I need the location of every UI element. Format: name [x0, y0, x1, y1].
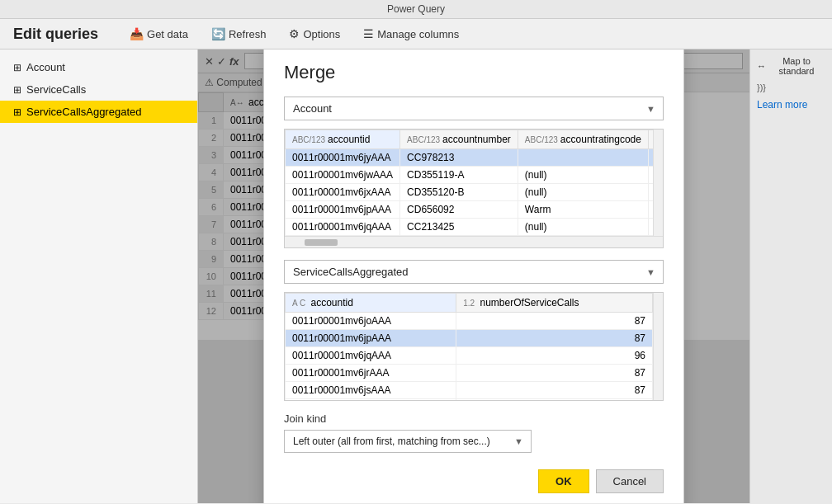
top-table-row: 0011r00001mv6jwAAACD355119-A(null)Bill T…	[286, 167, 654, 184]
bottom-cell: 0011r00001mv6jpAAA	[286, 330, 456, 347]
col-type-icon: 1.2	[463, 299, 475, 308]
top-cell: CC978213	[400, 149, 518, 167]
bottom-table-row: 0011r00001mv6joAAA87	[286, 313, 653, 330]
top-cell: CD355119-A	[400, 167, 518, 184]
top-cell: 0011r00001mv6jxAAA	[286, 184, 400, 201]
top-scroll-thumb	[305, 239, 338, 246]
cancel-button[interactable]: Cancel	[596, 469, 664, 493]
manage-columns-label: Manage columns	[377, 28, 459, 40]
top-cell: 0011r00001mv6jyAAA	[286, 149, 400, 167]
top-merge-table-wrap: ABC/123accountidABC/123accountnumberABC/…	[284, 129, 664, 248]
get-data-button[interactable]: 📥 Get data	[125, 24, 193, 44]
map-label: Map to standard	[768, 56, 825, 76]
top-col-header-accountid[interactable]: ABC/123accountid	[286, 130, 400, 149]
refresh-button[interactable]: 🔄 Refresh	[206, 24, 272, 44]
join-kind-select[interactable]: Left outer (all from first, matching fro…	[284, 430, 532, 453]
table-icon-servicecalls: ⊞	[13, 84, 21, 96]
bottom-table-row: 0011r00001mv6jpAAA87	[286, 330, 653, 347]
top-cell: 0011r00001mv6jwAAA	[286, 167, 400, 184]
bottom-table-row: 0011r00001mv6jqAAA96	[286, 347, 653, 365]
bottom-cell: 87	[456, 382, 653, 399]
app-title: Edit queries	[13, 26, 98, 43]
bottom-table-select-wrap: AccountServiceCallsServiceCallsAggregate…	[284, 260, 664, 284]
top-table-row: 0011r00001mv6jyAAACC978213Bill To	[286, 149, 654, 167]
join-select-wrap: Left outer (all from first, matching fro…	[284, 430, 532, 453]
learn-more-section: Learn more	[757, 99, 825, 111]
col-type-icon: A C	[292, 299, 305, 308]
bottom-table-select[interactable]: AccountServiceCallsServiceCallsAggregate…	[284, 260, 664, 284]
top-col-header-accountnumber[interactable]: ABC/123accountnumber	[400, 130, 518, 149]
bottom-cell: 87	[456, 313, 653, 330]
bottom-cell: 0011r00001mv6joAAA	[286, 313, 456, 330]
bottom-col-header-accountid[interactable]: A C accountid	[286, 294, 456, 313]
top-table-scroll[interactable]: ABC/123accountidABC/123accountnumberABC/…	[285, 130, 653, 236]
bottom-table-row: 0011r00001mv6jtAAA87	[286, 399, 653, 401]
col-type-icon: ABC/123	[525, 135, 558, 144]
top-cell	[518, 149, 648, 167]
top-cell: CC213425	[400, 219, 518, 236]
bottom-merge-table-container: A C accountid1.2 numberOfServiceCalls 00…	[285, 293, 663, 400]
table-icon-account: ⊞	[13, 62, 21, 73]
top-horiz-scrollbar[interactable]	[285, 236, 663, 247]
top-scrollbar	[653, 130, 663, 236]
bottom-cell: 87	[456, 399, 653, 401]
table-icon-aggregated: ⊞	[13, 106, 21, 118]
bottom-cell: 0011r00001mv6jsAAA	[286, 382, 456, 399]
bottom-table-row: 0011r00001mv6jsAAA87	[286, 382, 653, 399]
top-cell: Warm	[518, 201, 648, 219]
options-button[interactable]: ⚙ Options	[284, 24, 345, 44]
sidebar-label-account: Account	[26, 61, 65, 73]
learn-more-link[interactable]: Learn more	[757, 99, 807, 111]
top-merge-table: ABC/123accountidABC/123accountnumberABC/…	[285, 130, 653, 236]
top-table-select-wrap: AccountServiceCallsServiceCallsAggregate…	[284, 97, 664, 120]
top-table-row: 0011r00001mv6jxAAACD355120-B(null)Bill T…	[286, 184, 654, 201]
sidebar-item-servicecallsaggregated[interactable]: ⊞ ServiceCallsAggregated	[0, 101, 197, 123]
top-cell: (null)	[518, 184, 648, 201]
top-cell: (null)	[518, 219, 648, 236]
bottom-cell: 87	[456, 330, 653, 347]
main-content: ✕ ✓ fx ⚠ Computed enti... A↔	[198, 49, 749, 503]
sidebar: ⊞ Account ⊞ ServiceCalls ⊞ ServiceCallsA…	[0, 49, 198, 503]
get-data-label: Get data	[147, 28, 188, 40]
bottom-cell: 0011r00001mv6jqAAA	[286, 347, 456, 365]
options-icon: ⚙	[289, 27, 300, 40]
bottom-cell: 96	[456, 347, 653, 365]
sidebar-label-servicecalls: ServiceCalls	[26, 83, 86, 96]
top-cell: CD656092	[400, 201, 518, 219]
get-data-icon: 📥	[130, 27, 144, 40]
bottom-table-scroll[interactable]: A C accountid1.2 numberOfServiceCalls 00…	[285, 293, 653, 400]
top-table-row: 0011r00001mv6jpAAACD656092WarmBill To	[286, 201, 654, 219]
bottom-merge-table-wrap: A C accountid1.2 numberOfServiceCalls 00…	[284, 292, 664, 401]
manage-columns-icon: ☰	[363, 27, 374, 40]
merge-modal: Merge AccountServiceCallsServiceCallsAgg…	[263, 49, 684, 503]
top-col-header-accountratingcode[interactable]: ABC/123accountratingcode	[518, 130, 648, 149]
join-kind-section: Join kind Left outer (all from first, ma…	[284, 412, 664, 453]
window-title: Power Query	[387, 3, 445, 15]
top-table-row: 0011r00001mv6jqAAACC213425(null)Bill To	[286, 219, 654, 236]
bottom-table-row: 0011r00001mv6jrAAA87	[286, 365, 653, 382]
col-type-icon: ABC/123	[292, 135, 325, 144]
bottom-cell: 0011r00001mv6jrAAA	[286, 365, 456, 382]
bottom-cell: 0011r00001mv6jtAAA	[286, 399, 456, 401]
map-icon: ↔	[757, 61, 766, 71]
modal-title: Merge	[284, 62, 664, 83]
top-table-select[interactable]: AccountServiceCallsServiceCallsAggregate…	[284, 97, 664, 120]
top-cell: CD355120-B	[400, 184, 518, 201]
right-panel: ↔ Map to standard })} Learn more	[749, 49, 832, 503]
sidebar-item-account[interactable]: ⊞ Account	[0, 56, 197, 78]
join-kind-label: Join kind	[284, 412, 664, 425]
right-panel-content: })}	[757, 82, 825, 92]
sidebar-item-servicecalls[interactable]: ⊞ ServiceCalls	[0, 78, 197, 101]
refresh-icon: 🔄	[211, 27, 225, 40]
bottom-merge-table: A C accountid1.2 numberOfServiceCalls 00…	[285, 293, 653, 400]
top-cell: 0011r00001mv6jpAAA	[286, 201, 400, 219]
modal-footer: OK Cancel	[284, 469, 664, 493]
manage-columns-button[interactable]: ☰ Manage columns	[358, 24, 464, 44]
window-title-bar: Power Query	[0, 0, 832, 19]
refresh-label: Refresh	[229, 28, 267, 40]
bottom-col-header-numberOfServiceCalls[interactable]: 1.2 numberOfServiceCalls	[456, 294, 653, 313]
top-merge-table-container: ABC/123accountidABC/123accountnumberABC/…	[285, 130, 663, 236]
bottom-cell: 87	[456, 365, 653, 382]
ok-button[interactable]: OK	[538, 469, 589, 493]
map-to-standard-button[interactable]: ↔ Map to standard	[757, 56, 825, 76]
